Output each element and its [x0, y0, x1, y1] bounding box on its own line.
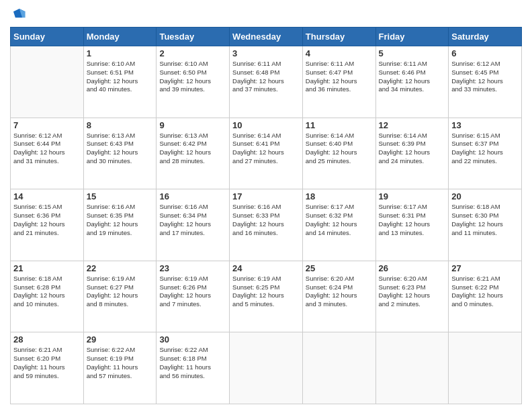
day-number: 27 — [451, 263, 519, 273]
weekday-header: Sunday — [11, 28, 84, 46]
calendar-cell: 27Sunrise: 6:21 AM Sunset: 6:22 PM Dayli… — [449, 261, 522, 332]
page-container: SundayMondayTuesdayWednesdayThursdayFrid… — [0, 0, 532, 411]
day-number: 13 — [451, 120, 519, 130]
calendar-cell — [449, 332, 522, 404]
day-info: Sunrise: 6:19 AM Sunset: 6:27 PM Dayligh… — [87, 275, 154, 309]
calendar-cell: 5Sunrise: 6:11 AM Sunset: 6:46 PM Daylig… — [375, 46, 449, 118]
day-info: Sunrise: 6:18 AM Sunset: 6:30 PM Dayligh… — [451, 203, 519, 237]
calendar-cell: 12Sunrise: 6:14 AM Sunset: 6:39 PM Dayli… — [375, 118, 449, 189]
calendar-cell: 23Sunrise: 6:19 AM Sunset: 6:26 PM Dayli… — [157, 261, 230, 332]
calendar-cell: 16Sunrise: 6:16 AM Sunset: 6:34 PM Dayli… — [157, 189, 230, 261]
calendar-cell: 26Sunrise: 6:20 AM Sunset: 6:23 PM Dayli… — [375, 261, 449, 332]
logo-icon — [11, 7, 26, 21]
calendar-cell: 4Sunrise: 6:11 AM Sunset: 6:47 PM Daylig… — [302, 46, 375, 118]
calendar-cell — [302, 332, 375, 404]
day-info: Sunrise: 6:14 AM Sunset: 6:39 PM Dayligh… — [379, 132, 446, 166]
day-number: 22 — [87, 263, 154, 273]
calendar-cell — [11, 46, 84, 118]
day-number: 10 — [232, 120, 300, 130]
calendar-cell: 19Sunrise: 6:17 AM Sunset: 6:31 PM Dayli… — [375, 189, 449, 261]
day-number: 19 — [379, 191, 446, 201]
day-number: 1 — [87, 48, 154, 58]
calendar-cell: 6Sunrise: 6:12 AM Sunset: 6:45 PM Daylig… — [449, 46, 522, 118]
header — [10, 7, 522, 21]
calendar-cell: 3Sunrise: 6:11 AM Sunset: 6:48 PM Daylig… — [230, 46, 303, 118]
day-info: Sunrise: 6:19 AM Sunset: 6:25 PM Dayligh… — [232, 275, 300, 309]
day-info: Sunrise: 6:16 AM Sunset: 6:34 PM Dayligh… — [159, 203, 226, 237]
calendar-cell: 29Sunrise: 6:22 AM Sunset: 6:19 PM Dayli… — [83, 332, 157, 404]
day-info: Sunrise: 6:13 AM Sunset: 6:43 PM Dayligh… — [87, 132, 154, 166]
day-number: 21 — [13, 263, 81, 273]
day-number: 2 — [159, 48, 226, 58]
calendar-cell: 22Sunrise: 6:19 AM Sunset: 6:27 PM Dayli… — [83, 261, 157, 332]
calendar-cell — [375, 332, 449, 404]
calendar-cell: 8Sunrise: 6:13 AM Sunset: 6:43 PM Daylig… — [83, 118, 157, 189]
weekday-header: Friday — [375, 28, 449, 46]
calendar-cell: 9Sunrise: 6:13 AM Sunset: 6:42 PM Daylig… — [157, 118, 230, 189]
calendar-cell: 25Sunrise: 6:20 AM Sunset: 6:24 PM Dayli… — [302, 261, 375, 332]
day-info: Sunrise: 6:13 AM Sunset: 6:42 PM Dayligh… — [159, 132, 226, 166]
logo — [10, 9, 26, 21]
day-info: Sunrise: 6:12 AM Sunset: 6:45 PM Dayligh… — [451, 60, 519, 94]
calendar-cell: 28Sunrise: 6:21 AM Sunset: 6:20 PM Dayli… — [11, 332, 84, 404]
day-info: Sunrise: 6:21 AM Sunset: 6:22 PM Dayligh… — [451, 275, 519, 309]
day-number: 24 — [232, 263, 300, 273]
calendar-cell: 30Sunrise: 6:22 AM Sunset: 6:18 PM Dayli… — [157, 332, 230, 404]
calendar-cell: 13Sunrise: 6:15 AM Sunset: 6:37 PM Dayli… — [449, 118, 522, 189]
calendar-row: 28Sunrise: 6:21 AM Sunset: 6:20 PM Dayli… — [11, 332, 522, 404]
weekday-header: Thursday — [302, 28, 375, 46]
day-info: Sunrise: 6:11 AM Sunset: 6:47 PM Dayligh… — [306, 60, 373, 94]
day-number: 30 — [159, 334, 226, 345]
day-number: 12 — [379, 120, 446, 130]
day-info: Sunrise: 6:22 AM Sunset: 6:19 PM Dayligh… — [87, 346, 154, 380]
weekday-header: Saturday — [449, 28, 522, 46]
day-info: Sunrise: 6:10 AM Sunset: 6:51 PM Dayligh… — [87, 60, 154, 94]
calendar-cell: 20Sunrise: 6:18 AM Sunset: 6:30 PM Dayli… — [449, 189, 522, 261]
day-number: 15 — [87, 191, 154, 201]
day-number: 7 — [13, 120, 81, 130]
calendar-cell: 24Sunrise: 6:19 AM Sunset: 6:25 PM Dayli… — [230, 261, 303, 332]
day-info: Sunrise: 6:18 AM Sunset: 6:28 PM Dayligh… — [13, 275, 81, 309]
day-info: Sunrise: 6:21 AM Sunset: 6:20 PM Dayligh… — [13, 346, 81, 380]
day-number: 18 — [306, 191, 373, 201]
day-number: 23 — [159, 263, 226, 273]
calendar-cell: 2Sunrise: 6:10 AM Sunset: 6:50 PM Daylig… — [157, 46, 230, 118]
day-number: 8 — [87, 120, 154, 130]
day-info: Sunrise: 6:20 AM Sunset: 6:24 PM Dayligh… — [306, 275, 373, 309]
day-info: Sunrise: 6:17 AM Sunset: 6:32 PM Dayligh… — [306, 203, 373, 237]
day-number: 14 — [13, 191, 81, 201]
day-number: 25 — [306, 263, 373, 273]
day-info: Sunrise: 6:16 AM Sunset: 6:33 PM Dayligh… — [232, 203, 300, 237]
day-number: 11 — [306, 120, 373, 130]
calendar-cell: 10Sunrise: 6:14 AM Sunset: 6:41 PM Dayli… — [230, 118, 303, 189]
day-info: Sunrise: 6:16 AM Sunset: 6:35 PM Dayligh… — [87, 203, 154, 237]
calendar-cell: 21Sunrise: 6:18 AM Sunset: 6:28 PM Dayli… — [11, 261, 84, 332]
day-info: Sunrise: 6:11 AM Sunset: 6:48 PM Dayligh… — [232, 60, 300, 94]
day-info: Sunrise: 6:19 AM Sunset: 6:26 PM Dayligh… — [159, 275, 226, 309]
day-number: 29 — [87, 334, 154, 345]
day-info: Sunrise: 6:14 AM Sunset: 6:41 PM Dayligh… — [232, 132, 300, 166]
weekday-header: Wednesday — [230, 28, 303, 46]
day-number: 28 — [13, 334, 81, 345]
calendar-cell: 17Sunrise: 6:16 AM Sunset: 6:33 PM Dayli… — [230, 189, 303, 261]
day-number: 9 — [159, 120, 226, 130]
day-info: Sunrise: 6:10 AM Sunset: 6:50 PM Dayligh… — [159, 60, 226, 94]
day-info: Sunrise: 6:17 AM Sunset: 6:31 PM Dayligh… — [379, 203, 446, 237]
calendar-cell — [230, 332, 303, 404]
calendar-row: 14Sunrise: 6:15 AM Sunset: 6:36 PM Dayli… — [11, 189, 522, 261]
calendar-cell: 11Sunrise: 6:14 AM Sunset: 6:40 PM Dayli… — [302, 118, 375, 189]
day-number: 17 — [232, 191, 300, 201]
calendar-row: 7Sunrise: 6:12 AM Sunset: 6:44 PM Daylig… — [11, 118, 522, 189]
day-info: Sunrise: 6:15 AM Sunset: 6:36 PM Dayligh… — [13, 203, 81, 237]
day-number: 16 — [159, 191, 226, 201]
calendar-row: 1Sunrise: 6:10 AM Sunset: 6:51 PM Daylig… — [11, 46, 522, 118]
weekday-header: Tuesday — [157, 28, 230, 46]
day-number: 26 — [379, 263, 446, 273]
day-number: 20 — [451, 191, 519, 201]
day-info: Sunrise: 6:20 AM Sunset: 6:23 PM Dayligh… — [379, 275, 446, 309]
day-number: 3 — [232, 48, 300, 58]
day-number: 6 — [451, 48, 519, 58]
calendar: SundayMondayTuesdayWednesdayThursdayFrid… — [10, 27, 522, 404]
day-info: Sunrise: 6:22 AM Sunset: 6:18 PM Dayligh… — [159, 346, 226, 380]
weekday-header-row: SundayMondayTuesdayWednesdayThursdayFrid… — [11, 28, 522, 46]
